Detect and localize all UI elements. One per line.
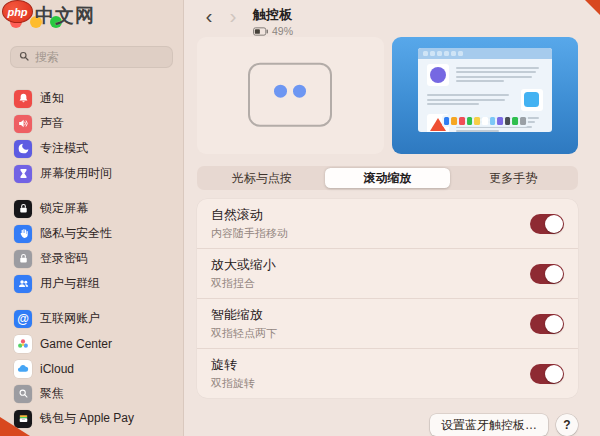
php-logo-badge: php (2, 0, 33, 23)
magnifier-icon (14, 385, 32, 403)
game-center-icon (14, 335, 32, 353)
sidebar-item-label: 通知 (40, 90, 64, 107)
preview-window-titlebar (418, 48, 552, 59)
gesture-tabs: 光标与点按 滚动缩放 更多手势 (197, 166, 578, 190)
tab-point-click[interactable]: 光标与点按 (199, 168, 325, 188)
gesture-previews (197, 37, 578, 154)
sidebar-item-label: iCloud (40, 362, 74, 376)
toggle-zoom-in-out[interactable] (530, 264, 564, 284)
sidebar-item-focus[interactable]: 专注模式 (10, 136, 173, 161)
sidebar-item-login-password[interactable]: 登录密码 (10, 246, 173, 271)
sidebar-item-users-groups[interactable]: 用户与群组 (10, 271, 173, 296)
search-icon (18, 48, 30, 66)
users-icon (14, 275, 32, 293)
setting-subtitle: 内容随手指移动 (211, 226, 288, 241)
setting-row-natural-scrolling: 自然滚动 内容随手指移动 (197, 199, 578, 248)
lock-icon (14, 250, 32, 268)
sidebar-item-label: 隐私与安全性 (40, 225, 112, 242)
panel-header: ‹ › 触控板 49% (197, 0, 578, 37)
battery-percent: 49% (272, 25, 293, 37)
sidebar-item-game-center[interactable]: Game Center (10, 331, 173, 356)
setting-row-rotate: 旋转 双指旋转 (197, 348, 578, 398)
system-settings-window: php 中文网 通知 声音 专注模式 (0, 0, 600, 436)
sidebar-search[interactable] (10, 46, 173, 68)
sidebar-item-notifications[interactable]: 通知 (10, 86, 173, 111)
sidebar-item-label: 声音 (40, 115, 64, 132)
lock-icon (14, 200, 32, 218)
setting-subtitle: 双指轻点两下 (211, 326, 277, 341)
sidebar-item-lock-screen[interactable]: 锁定屏幕 (10, 196, 173, 221)
sidebar-item-internet-accounts[interactable]: @ 互联网账户 (10, 306, 173, 331)
sidebar-item-label: 锁定屏幕 (40, 200, 88, 217)
at-icon: @ (14, 310, 32, 328)
battery-icon (253, 27, 269, 36)
preview-dock (442, 115, 528, 127)
setting-subtitle: 双指捏合 (211, 276, 276, 291)
setup-bluetooth-trackpad-button[interactable]: 设置蓝牙触控板… (430, 414, 548, 436)
purple-circle-shape (430, 67, 446, 83)
preview-browser-window (418, 48, 552, 132)
panel-footer: 设置蓝牙触控板… ? (197, 414, 578, 436)
search-input[interactable] (35, 50, 165, 64)
page-title: 触控板 (253, 6, 293, 24)
setting-title: 智能缩放 (211, 306, 277, 324)
sidebar-item-label: 屏幕使用时间 (40, 165, 112, 182)
sidebar-item-label: 互联网账户 (40, 310, 100, 327)
toggle-rotate[interactable] (530, 364, 564, 384)
setting-row-zoom-in-out: 放大或缩小 双指捏合 (197, 248, 578, 298)
sidebar-item-screen-time[interactable]: 屏幕使用时间 (10, 161, 173, 186)
sidebar: php 中文网 通知 声音 专注模式 (0, 0, 184, 436)
watermark-logo-text: 中文网 (35, 3, 95, 29)
sidebar-item-wallet-apple-pay[interactable]: 钱包与 Apple Pay (10, 406, 173, 431)
toggle-smart-zoom[interactable] (530, 314, 564, 334)
two-finger-dots (274, 84, 306, 97)
watermark-corner-ribbon-top-right (585, 0, 600, 15)
gesture-video-preview (392, 37, 579, 154)
hand-icon (14, 225, 32, 243)
sidebar-item-label: Game Center (40, 337, 112, 351)
settings-card: 自然滚动 内容随手指移动 放大或缩小 双指捏合 智能缩放 双指轻点两下 (197, 199, 578, 398)
trackpad-settings-panel: ‹ › 触控板 49% (184, 0, 600, 436)
trackpad-gesture-illustration (197, 37, 384, 154)
back-button[interactable]: ‹ (197, 6, 221, 26)
battery-status: 49% (253, 25, 293, 37)
blue-square-shape (524, 92, 539, 107)
setting-title: 自然滚动 (211, 206, 288, 224)
php-cn-watermark-logo: php 中文网 (2, 0, 95, 29)
sidebar-item-label: 专注模式 (40, 140, 88, 157)
bell-icon (14, 90, 32, 108)
hourglass-icon (14, 165, 32, 183)
sidebar-nav: 通知 声音 专注模式 屏幕使用时间 锁定屏幕 (10, 86, 173, 431)
cloud-icon (14, 360, 32, 378)
sidebar-item-label: 钱包与 Apple Pay (40, 410, 134, 427)
setting-row-smart-zoom: 智能缩放 双指轻点两下 (197, 298, 578, 348)
moon-icon (14, 140, 32, 158)
tab-scroll-zoom[interactable]: 滚动缩放 (325, 168, 451, 188)
sidebar-item-label: 用户与群组 (40, 275, 100, 292)
sidebar-item-sound[interactable]: 声音 (10, 111, 173, 136)
sidebar-item-label: 登录密码 (40, 250, 88, 267)
setting-subtitle: 双指旋转 (211, 376, 255, 391)
trackpad-outline (248, 62, 332, 126)
watermark-corner-ribbon-bottom-left (0, 417, 30, 436)
speaker-icon (14, 115, 32, 133)
sidebar-item-spotlight[interactable]: 聚焦 (10, 381, 173, 406)
forward-button[interactable]: › (221, 6, 245, 26)
setting-title: 旋转 (211, 356, 255, 374)
toggle-natural-scrolling[interactable] (530, 214, 564, 234)
sidebar-item-privacy-security[interactable]: 隐私与安全性 (10, 221, 173, 246)
tab-more-gestures[interactable]: 更多手势 (450, 168, 576, 188)
sidebar-item-icloud[interactable]: iCloud (10, 356, 173, 381)
sidebar-item-label: 聚焦 (40, 385, 64, 402)
setting-title: 放大或缩小 (211, 256, 276, 274)
help-button[interactable]: ? (556, 414, 578, 436)
